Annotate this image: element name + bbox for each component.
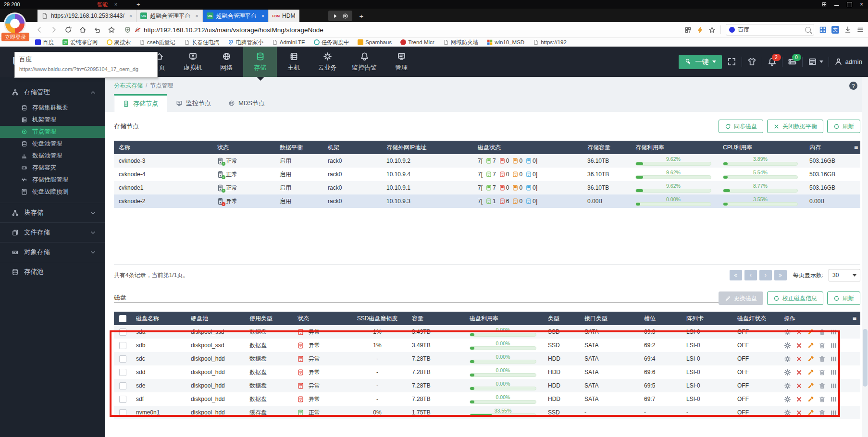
disk-row[interactable]: sda diskpool_ssd 数据盘 异常 1% 3.49TB 0.00% … [114, 325, 860, 339]
disk-slots-icon[interactable] [830, 328, 837, 336]
disk-remove-icon[interactable] [795, 382, 803, 389]
disk-settings-icon[interactable] [784, 342, 791, 349]
sidebar-item-storage-dr[interactable]: 存储容灾 [0, 162, 105, 174]
disk-locate-icon[interactable] [807, 342, 814, 349]
disk-row[interactable]: sdb diskpool_ssd 数据盘 异常 1% 3.49TB 0.00% … [114, 339, 860, 352]
nav-item-storage[interactable]: 存储 [243, 47, 277, 77]
disk-section-title[interactable]: 磁盘 [114, 293, 719, 303]
disk-settings-icon[interactable] [784, 369, 791, 376]
address-bar[interactable]: http://192.168.10.212/uis/main/vstorage/… [124, 26, 323, 34]
disk-settings-icon[interactable] [784, 328, 791, 336]
speed-bolt-icon[interactable] [696, 26, 704, 34]
back-icon[interactable] [36, 26, 43, 34]
disk-settings-icon[interactable] [784, 355, 791, 363]
bookmark-item[interactable]: 纯爱纯净官网 [59, 39, 101, 46]
tab-storage-nodes[interactable]: 存储节点 [114, 94, 167, 112]
columns-menu-icon[interactable]: ≡ [854, 144, 858, 151]
bookmark-item[interactable]: win10_MSD [484, 39, 528, 45]
url-text[interactable]: http://192.168.10.212/uis/main/vstorage/… [144, 26, 323, 34]
disk-row[interactable]: sdd diskpool_hdd 数据盘 异常 - 7.28TB 0.00% H… [114, 365, 860, 379]
alarm-bell-icon[interactable]: 2 [768, 57, 777, 66]
disk-slots-icon[interactable] [830, 355, 837, 363]
favorite-star-icon[interactable] [108, 26, 115, 34]
tab-mds-nodes[interactable]: MDS节点 [220, 94, 273, 112]
close-data-balance-button[interactable]: 关闭数据平衡 [767, 120, 823, 133]
page-size-select[interactable]: 30 [829, 269, 860, 281]
play-icon[interactable] [332, 13, 338, 19]
scrollbar-thumb[interactable] [863, 329, 868, 387]
bookmark-item[interactable]: Spamhaus [354, 39, 395, 45]
tab-monitor-nodes[interactable]: 监控节点 [167, 94, 220, 112]
disk-slots-icon[interactable] [830, 369, 837, 376]
maximize-icon[interactable] [847, 2, 852, 7]
bookmark-item[interactable]: AdminLTE [269, 39, 309, 45]
refresh-nodes-button[interactable]: 刷新 [827, 120, 860, 133]
disk-delete-icon[interactable] [818, 355, 826, 363]
user-menu[interactable]: admin [834, 58, 862, 66]
fullscreen-icon[interactable] [727, 57, 736, 66]
close-window-icon[interactable]: × [860, 1, 863, 8]
disk-locate-icon[interactable] [807, 409, 814, 416]
disk-delete-icon[interactable] [818, 328, 826, 336]
disk-locate-icon[interactable] [807, 355, 814, 363]
qr-code-icon[interactable] [684, 26, 692, 34]
sidebar-group-storage-mgmt[interactable]: 存储管理 [0, 83, 105, 102]
sidebar-item-rack-mgmt[interactable]: 机架管理 [0, 114, 105, 126]
new-tab-button[interactable]: + [359, 12, 363, 20]
sidebar-item-cluster-overview[interactable]: 存储集群概要 [0, 102, 105, 114]
disk-delete-icon[interactable] [818, 409, 826, 416]
nav-item-host[interactable]: 主机 [277, 47, 310, 77]
sidebar-item-node-mgmt[interactable]: 节点管理 [0, 126, 105, 138]
last-page-button[interactable]: » [774, 270, 787, 280]
next-page-button[interactable]: › [759, 270, 772, 280]
disk-row[interactable]: sde diskpool_hdd 数据盘 异常 - 7.28TB 0.00% H… [114, 379, 860, 392]
forward-icon[interactable] [50, 26, 58, 34]
disk-row[interactable]: sdc diskpool_hdd 数据盘 异常 - 7.28TB 0.00% H… [114, 352, 860, 365]
apps-grid-icon[interactable] [819, 26, 827, 34]
bookmark-item[interactable]: Trend Micr [397, 39, 438, 45]
disk-remove-icon[interactable] [795, 409, 803, 416]
sidebar-group-block-storage[interactable]: 块存储 [0, 203, 105, 222]
disk-delete-icon[interactable] [818, 382, 826, 389]
nav-item-vm[interactable]: 虚拟机 [176, 47, 210, 77]
close-tab-icon[interactable]: × [261, 13, 264, 19]
disk-slots-icon[interactable] [830, 409, 837, 416]
bookmark-item[interactable]: 长春住电汽 [181, 39, 223, 46]
help-icon[interactable]: ? [849, 82, 857, 90]
browser-logo[interactable] [4, 12, 26, 35]
sidebar-group-storage-pool[interactable]: 存储池 [0, 262, 105, 281]
tab-media-controls[interactable] [328, 11, 352, 21]
nav-item-cloud[interactable]: 云业务 [310, 47, 344, 77]
close-tab-icon[interactable]: × [129, 13, 132, 19]
sidebar-item-diskpool-mgmt[interactable]: 硬盘池管理 [0, 138, 105, 150]
sync-disks-button[interactable]: 同步磁盘 [719, 120, 763, 133]
search-icon[interactable] [805, 27, 811, 33]
replace-disk-button[interactable]: 更换磁盘 [719, 291, 763, 305]
download-icon[interactable] [844, 26, 852, 34]
minimize-icon[interactable] [834, 5, 839, 6]
disk-settings-icon[interactable] [784, 409, 791, 416]
nav-item-manage[interactable]: 管理 [384, 47, 418, 77]
node-row[interactable]: cvknode-4 ✓正常 启用 rack0 10.10.9.4 7[7000]… [114, 168, 860, 181]
columns-menu-icon[interactable]: ≡ [853, 315, 856, 322]
select-all-checkbox[interactable] [119, 315, 126, 322]
sidebar-group-object-storage[interactable]: 对象存储 [0, 242, 105, 262]
browser-tab[interactable]: HDM HDM [269, 10, 299, 22]
search-box[interactable]: 百度 [726, 24, 814, 36]
disk-slots-icon[interactable] [830, 382, 837, 389]
home-icon[interactable] [79, 26, 87, 34]
browser-tab[interactable]: https://192.168.10.253:8443/ × [37, 10, 136, 22]
disk-remove-icon[interactable] [795, 342, 803, 349]
node-row-selected[interactable]: cvknode-2 ×异常 启用 rack0 10.10.9.3 7[1600]… [114, 194, 860, 208]
disk-slots-icon[interactable] [830, 342, 837, 349]
disk-remove-icon[interactable] [795, 396, 803, 403]
translate-icon[interactable]: 文 [831, 26, 839, 34]
bookmark-item[interactable]: 聚搜索 [103, 39, 135, 46]
disk-remove-icon[interactable] [795, 328, 803, 336]
background-tab[interactable]: 智能 × [97, 1, 117, 8]
disk-remove-icon[interactable] [795, 355, 803, 363]
refresh-disks-button[interactable]: 刷新 [827, 291, 860, 305]
row-checkbox[interactable] [119, 382, 126, 389]
disk-settings-icon[interactable] [784, 382, 791, 389]
row-checkbox[interactable] [119, 396, 126, 403]
